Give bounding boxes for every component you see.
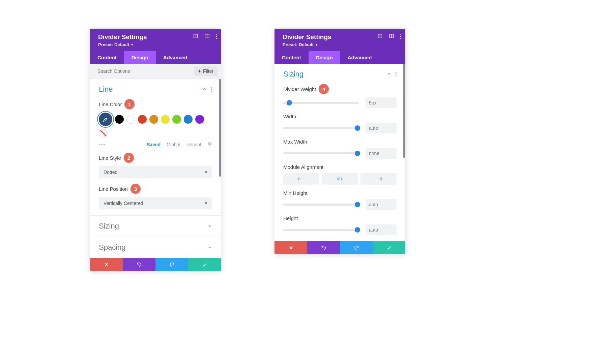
width-slider[interactable] <box>283 127 359 129</box>
panel-footer <box>90 258 221 271</box>
line-color-label: Line Color 1 <box>99 99 212 109</box>
tab-content[interactable]: Content <box>90 51 124 64</box>
max-width-input[interactable]: none <box>366 148 397 159</box>
select-arrows-icon: ▲▼ <box>205 170 207 174</box>
more-icon[interactable] <box>216 34 217 39</box>
color-swatch[interactable] <box>126 115 135 124</box>
width-input[interactable]: auto <box>366 123 397 133</box>
more-icon[interactable] <box>400 34 401 39</box>
color-swatch[interactable] <box>149 115 158 124</box>
panel-body: Line Line Color 1 <box>90 79 221 258</box>
caret-down-icon: ▼ <box>131 43 134 47</box>
chevron-down-icon <box>207 245 212 250</box>
tab-content[interactable]: Content <box>274 51 309 64</box>
annotation-badge-2: 2 <box>124 153 134 163</box>
annotation-badge-1: 1 <box>124 99 135 109</box>
max-width-label: Max Width <box>283 139 397 145</box>
palette-recent[interactable]: Recent <box>186 142 201 147</box>
section-title-line: Line <box>99 85 113 94</box>
section-sizing-collapsed[interactable]: Sizing <box>90 215 221 237</box>
no-color-swatch[interactable] <box>99 129 108 138</box>
tabs: Content Design Advanced <box>90 51 221 64</box>
focus-icon[interactable] <box>377 33 383 40</box>
chevron-up-icon[interactable] <box>202 87 207 92</box>
undo-button[interactable] <box>123 258 155 271</box>
color-picker-swatch[interactable] <box>99 113 112 126</box>
section-title-sizing: Sizing <box>283 70 304 79</box>
line-style-label: Line Style 2 <box>99 153 212 163</box>
plus-icon: + <box>198 68 201 74</box>
gear-icon[interactable] <box>207 142 212 147</box>
section-more-icon[interactable] <box>211 87 212 92</box>
redo-button[interactable] <box>340 241 373 254</box>
color-swatches <box>99 113 212 138</box>
line-position-label: Line Position 3 <box>99 184 212 194</box>
min-height-input[interactable]: auto <box>366 199 397 210</box>
redo-button[interactable] <box>155 258 188 271</box>
min-height-slider[interactable] <box>283 204 359 206</box>
focus-icon[interactable] <box>193 33 198 40</box>
line-style-select[interactable]: Dotted ▲▼ <box>99 166 212 178</box>
min-height-label: Min Height <box>283 190 397 196</box>
section-more-icon[interactable] <box>396 72 397 77</box>
panel-footer <box>274 241 405 254</box>
panel-body: Sizing Divider Weight 4 5px <box>274 64 405 241</box>
line-position-select[interactable]: Vertically Centered ▲▼ <box>99 197 212 209</box>
annotation-badge-4: 4 <box>319 84 329 94</box>
section-spacing-collapsed[interactable]: Spacing <box>90 237 221 258</box>
color-swatch[interactable] <box>138 115 147 124</box>
divider-weight-input[interactable]: 5px <box>366 97 397 108</box>
save-button[interactable] <box>188 258 221 271</box>
undo-button[interactable] <box>307 241 340 254</box>
svg-point-1 <box>195 36 196 37</box>
settings-panel-line: Divider Settings Preset: Default ▼ Conte… <box>90 29 221 271</box>
align-center-button[interactable] <box>322 173 358 185</box>
max-width-slider[interactable] <box>283 152 359 154</box>
color-swatch[interactable] <box>161 115 170 124</box>
preset-selector[interactable]: Preset: Default ▼ <box>283 42 399 47</box>
columns-icon[interactable] <box>204 33 210 40</box>
color-swatch[interactable] <box>115 115 124 124</box>
more-swatches-icon[interactable]: ••• <box>99 142 106 147</box>
color-swatch[interactable] <box>172 115 181 124</box>
width-label: Width <box>283 114 397 119</box>
preset-selector[interactable]: Preset: Default ▼ <box>98 42 214 47</box>
divider-weight-label: Divider Weight 4 <box>283 84 397 94</box>
divider-weight-slider[interactable] <box>283 102 359 104</box>
align-left-button[interactable] <box>283 173 319 185</box>
annotation-badge-3: 3 <box>131 184 141 194</box>
module-alignment-label: Module Alignment <box>283 164 397 170</box>
save-button[interactable] <box>373 241 405 254</box>
palette-tabs: ••• Saved Global Recent <box>99 142 212 147</box>
palette-saved[interactable]: Saved <box>147 142 161 147</box>
chevron-down-icon <box>207 224 212 229</box>
tab-advanced[interactable]: Advanced <box>156 51 195 64</box>
panel-header: Divider Settings Preset: Default ▼ <box>274 29 405 51</box>
tabs: Content Design Advanced <box>274 51 405 64</box>
section-sizing: Sizing Divider Weight 4 5px <box>274 64 405 241</box>
filter-button[interactable]: + Filter <box>194 66 218 76</box>
tab-advanced[interactable]: Advanced <box>340 51 379 64</box>
section-line: Line Line Color 1 <box>90 79 221 215</box>
height-input[interactable]: auto <box>366 224 397 235</box>
tab-design[interactable]: Design <box>124 51 156 64</box>
scrollbar[interactable] <box>403 64 405 158</box>
cancel-button[interactable] <box>90 258 123 271</box>
svg-point-5 <box>380 36 381 37</box>
align-right-button[interactable] <box>360 173 397 185</box>
palette-global[interactable]: Global <box>167 142 180 147</box>
height-label: Height <box>283 215 397 221</box>
select-arrows-icon: ▲▼ <box>205 201 207 205</box>
chevron-up-icon[interactable] <box>387 71 392 77</box>
columns-icon[interactable] <box>389 33 394 40</box>
search-input[interactable] <box>97 68 194 74</box>
color-swatch[interactable] <box>184 115 193 124</box>
height-slider[interactable] <box>283 229 359 231</box>
cancel-button[interactable] <box>274 241 307 254</box>
alignment-buttons <box>283 173 397 185</box>
color-swatch[interactable] <box>195 115 204 124</box>
scrollbar[interactable] <box>219 79 221 177</box>
tab-design[interactable]: Design <box>309 51 340 64</box>
panel-header: Divider Settings Preset: Default ▼ <box>90 29 221 51</box>
search-row: + Filter <box>90 64 221 79</box>
